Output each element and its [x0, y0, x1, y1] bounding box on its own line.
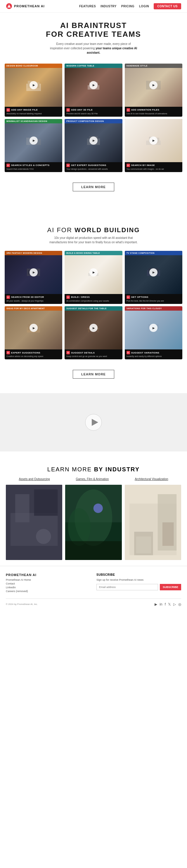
ai-icon-5: AI — [66, 164, 70, 167]
svg-point-44 — [68, 508, 90, 546]
card-label-top-4: AI SEARCH STYLES & CONCEPTS — [6, 164, 60, 167]
nav-pricing[interactable]: PRICING — [121, 5, 134, 8]
social-icon-discord[interactable]: ▶ — [155, 602, 157, 607]
card-label-top-s2-5: AI SUGGEST DETAILS — [66, 351, 121, 354]
card-label-bar-s2-6: AI SUGGEST VARIATIONS Instantly and easi… — [125, 349, 182, 359]
nav-login[interactable]: LOGIN — [139, 5, 149, 8]
svg-rect-52 — [136, 536, 151, 553]
industry-card-2[interactable] — [65, 485, 122, 560]
hero-title: AI BRAINTRUST FOR CREATIVE TEAMS — [6, 21, 181, 39]
industry-link-games[interactable]: Games, Film & Animation — [76, 477, 109, 480]
demo-play-icon[interactable] — [85, 413, 102, 431]
industry-link-assets[interactable]: Assets and Outsourcing — [19, 477, 50, 480]
learn-more-2-button[interactable]: LEARN MORE — [73, 370, 114, 379]
card-get-options[interactable]: TV STAND COMPOSITION AI GET OPTIONS Pick… — [125, 251, 182, 304]
hero-section: AI BRAINTRUST FOR CREATIVE TEAMS Every c… — [0, 12, 187, 61]
industry-title: LEARN MORE BY INDUSTRY — [6, 466, 181, 473]
play-button-s2-4[interactable] — [29, 324, 38, 332]
ai-icon-s2-4: AI — [6, 351, 10, 354]
industry-image-2 — [65, 485, 122, 560]
social-icon-youtube[interactable]: ▷ — [173, 602, 176, 607]
footer-link-home[interactable]: Promethean AI Home — [6, 578, 90, 581]
card-suggest-details[interactable]: SUGGEST DETAILS FOR THE TABLE AI SUGGEST… — [64, 306, 122, 359]
svg-rect-29 — [88, 329, 89, 332]
nav-industry[interactable]: INDUSTRY — [101, 5, 116, 8]
card-add-3d[interactable]: MODERN COFFEE TABLE AI ADD ANY 3D FILE P… — [64, 64, 122, 117]
play-button-3[interactable] — [149, 81, 158, 89]
footer-copyright: © 2024 by Promethean AI, Inc. — [6, 603, 38, 606]
card-label-bar-s2-4: AI EXPERT SUGGESTIONS Creative advice on… — [5, 349, 62, 359]
ai-icon-2: AI — [66, 108, 70, 112]
card-header-1: DESIGN BOHO CLASSROOM — [5, 64, 62, 68]
card-search-3d-editor[interactable]: 3RD FANTASY MODERN DESIGN AI SEARCH FROM… — [5, 251, 62, 304]
hero-subtitle: Every creative asset your team ever made… — [50, 42, 137, 55]
card-expert-suggestions[interactable]: PRODUCT COMPOSITION DESIGN AI GET EXPERT… — [64, 119, 122, 172]
ai-icon-s2-3: AI — [127, 296, 130, 299]
card-build-dress[interactable]: BUILD A BOHO DINING TABLE AI BUILD / DRE… — [64, 251, 122, 304]
industry-card-1[interactable] — [6, 485, 62, 560]
ai-icon-3: AI — [127, 108, 130, 112]
ai-icon-s2-5: AI — [66, 351, 70, 354]
card-add-image[interactable]: DESIGN BOHO CLASSROOM AI ADD ANY IMAGE F… — [5, 64, 62, 117]
card-grid-1: DESIGN BOHO CLASSROOM AI ADD ANY IMAGE F… — [5, 64, 182, 172]
card-label-bar-5: AI GET EXPERT SUGGESTIONS Your design qu… — [64, 162, 122, 172]
industry-image-1 — [6, 485, 62, 560]
svg-rect-38 — [15, 494, 29, 522]
card-header-5: PRODUCT COMPOSITION DESIGN — [64, 119, 122, 123]
footer: PROMETHEAN AI Promethean AI Home Contact… — [0, 566, 187, 611]
card-search-image[interactable]: AI SEARCH BY IMAGE You communicate with … — [125, 119, 182, 172]
card-suggest-variations[interactable]: VARIATIONS FOR THIS CLOUDY AI SUGGEST VA… — [125, 306, 182, 359]
card-desc-2: Preview and AI search any 3D File — [66, 112, 121, 115]
play-button-s2-5[interactable] — [89, 324, 98, 332]
card-header-s2-3: TV STAND COMPOSITION — [125, 251, 182, 255]
social-icon-linkedin[interactable]: in — [160, 602, 162, 607]
card-desc-3: Use AI to see inside thousands of animat… — [127, 112, 181, 115]
social-icon-twitter[interactable]: 𝕏 — [168, 602, 171, 607]
ai-icon-s2-2: AI — [66, 296, 70, 299]
nav-cta-button[interactable]: CONTACT US — [154, 3, 181, 9]
footer-email-row: SUBSCRIBE — [97, 584, 181, 590]
card-header-s2-1: 3RD FANTASY MODERN DESIGN — [5, 251, 62, 255]
play-button-s2-1[interactable] — [29, 268, 38, 277]
play-button-s2-2[interactable] — [89, 268, 98, 277]
play-button-5[interactable] — [89, 136, 98, 145]
nav-logo[interactable]: PROMETHEAN AI — [6, 3, 45, 9]
world-building-section: AI FOR WORLD BUILDING 10x your digital a… — [0, 218, 187, 248]
card-label-bar-3: AI ADD ANIMATION FILES Use AI to see ins… — [125, 107, 182, 117]
card-desc-s2-2: AI-combination compositions using your a… — [66, 300, 121, 302]
footer-email-input[interactable] — [97, 584, 158, 590]
card-label-bar-s2-3: AI GET OPTIONS Pick the best, like the A… — [125, 294, 182, 304]
card-expert-advice[interactable]: IDEAS FOR MY DECO APARTMENT AI EXPERT SU… — [5, 306, 62, 359]
industry-image-3 — [125, 485, 181, 560]
play-button-1[interactable] — [29, 81, 38, 89]
card-header-3: HANDMADE STYLE — [125, 64, 182, 68]
industry-section: LEARN MORE BY INDUSTRY Assets and Outsou… — [0, 457, 187, 566]
card-label-top-s2-1: AI SEARCH FROM 3D EDITOR — [6, 296, 60, 299]
gap-1 — [0, 200, 187, 218]
play-button-2[interactable] — [89, 81, 98, 89]
learn-more-1-button[interactable]: LEARN MORE — [73, 183, 114, 191]
nav-features[interactable]: FEATURES — [79, 5, 96, 8]
card-label-top-s2-4: AI EXPERT SUGGESTIONS — [6, 351, 60, 354]
footer-link-contact[interactable]: Contact — [6, 582, 90, 585]
industry-link-arch[interactable]: Architectural Visualization — [135, 477, 168, 480]
card-add-animation[interactable]: HANDMADE STYLE AI ADD ANIMATION FILES Us… — [125, 64, 182, 117]
play-button-6[interactable] — [149, 136, 158, 145]
social-icon-instagram[interactable]: ◎ — [178, 602, 181, 607]
footer-link-careers[interactable]: Careers (removed) — [6, 590, 90, 593]
social-icon-facebook[interactable]: f — [165, 602, 166, 607]
card-desc-s2-6: Instantly and easily try different optio… — [127, 355, 181, 358]
svg-rect-45 — [65, 541, 122, 560]
play-button-4[interactable] — [29, 136, 38, 145]
card-header-s2-5: SUGGEST DETAILS FOR THE TABLE — [64, 306, 122, 311]
industry-card-3[interactable] — [125, 485, 181, 560]
footer-subscribe-button[interactable]: SUBSCRIBE — [160, 584, 181, 590]
card-label-bar-6: AI SEARCH BY IMAGE You communicate with … — [125, 162, 182, 172]
card-label-top-1: AI ADD ANY IMAGE FILE — [6, 108, 60, 112]
card-label-bar-s2-2: AI BUILD / DRESS AI-combination composit… — [64, 294, 122, 304]
card-search-styles[interactable]: MINIMALIST SCANDINAVIAN DESIGN AI SEARCH… — [5, 119, 62, 172]
card-desc-4: Search that understands YOU — [6, 168, 60, 170]
card-label-top-3: AI ADD ANIMATION FILES — [127, 108, 181, 112]
footer-right: SUBSCRIBE Sign up for receive Promethean… — [97, 573, 181, 593]
footer-link-linkedin[interactable]: LinkedIn — [6, 586, 90, 589]
